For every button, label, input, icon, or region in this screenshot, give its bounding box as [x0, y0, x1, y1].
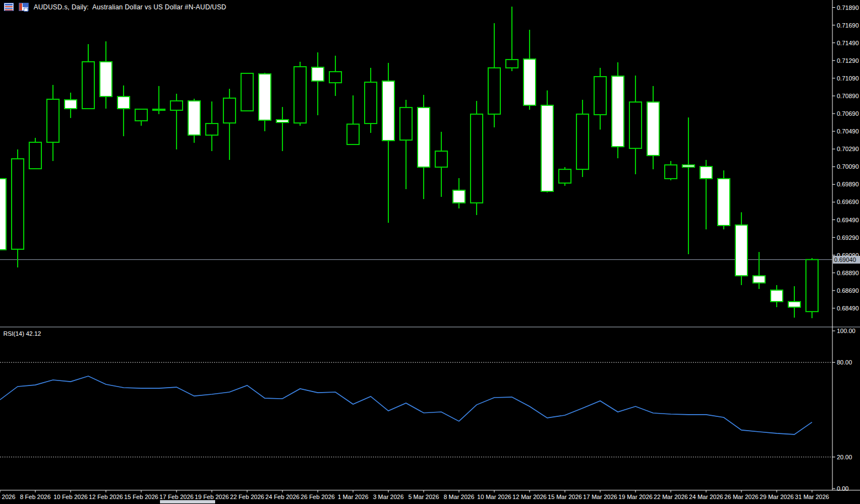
- candle-bull: [294, 67, 306, 123]
- candle-bear: [524, 59, 536, 105]
- candle-bull: [206, 124, 218, 135]
- chart-surface[interactable]: 0.718900.716900.714900.712900.710900.708…: [0, 0, 860, 504]
- candle-bull: [347, 124, 359, 144]
- chart-title-bar: AUDUSD.s, Daily: Australian Dollar vs US…: [4, 3, 226, 11]
- candle-bear: [647, 102, 659, 156]
- candle-bull: [241, 73, 253, 111]
- candle-bull: [806, 260, 818, 312]
- candle-bull: [559, 169, 571, 183]
- candle-bear: [100, 62, 112, 96]
- candle-bear: [188, 101, 200, 135]
- candle-bear: [541, 105, 553, 191]
- candle-bear: [718, 179, 730, 226]
- rsi-indicator-label: RSI(14) 42.12: [3, 330, 41, 337]
- time-axis[interactable]: [0, 490, 860, 504]
- candle-bull: [223, 98, 236, 123]
- candle-bull: [29, 142, 41, 169]
- candle-bull: [400, 108, 412, 140]
- price-axis[interactable]: [832, 0, 860, 490]
- candle-bull: [576, 114, 589, 169]
- candle-bear: [0, 179, 6, 250]
- chart-icon: [19, 3, 29, 11]
- candle-bull: [170, 101, 183, 110]
- candle-bull: [12, 159, 24, 249]
- candle-bear: [312, 67, 324, 81]
- candle-bear: [276, 120, 289, 122]
- quotes-icon: [4, 3, 14, 11]
- candle-bull: [594, 77, 606, 115]
- candle-bear: [771, 290, 783, 302]
- candle-bear: [453, 190, 465, 203]
- candle-bull: [135, 109, 147, 121]
- candle-bear: [259, 74, 271, 120]
- candle-bear: [788, 302, 800, 307]
- candle-bull: [488, 68, 500, 114]
- candle-bull: [82, 62, 94, 109]
- chart-window: 0.718900.716900.714900.712900.710900.708…: [0, 0, 860, 504]
- candle-bear: [735, 225, 747, 276]
- candle-bull: [506, 60, 518, 68]
- candle-bull: [365, 82, 377, 124]
- candle-bull: [629, 102, 642, 148]
- rsi-line: [0, 376, 812, 435]
- candle-bear: [753, 276, 765, 283]
- candle-bear: [382, 81, 394, 141]
- candle-bull: [471, 114, 483, 203]
- candle-bull: [665, 165, 677, 179]
- candle-bear: [117, 96, 130, 109]
- candle-bull: [329, 72, 341, 83]
- candle-bull: [47, 99, 59, 142]
- candle-bear: [700, 167, 712, 179]
- candle-bear: [612, 76, 624, 147]
- candle-bull: [153, 109, 165, 110]
- candle-bear: [65, 100, 77, 109]
- candle-bull: [435, 151, 447, 167]
- chart-title: AUDUSD.s, Daily: Australian Dollar vs US…: [34, 3, 226, 11]
- candle-bear: [682, 165, 695, 167]
- candle-bear: [418, 108, 430, 167]
